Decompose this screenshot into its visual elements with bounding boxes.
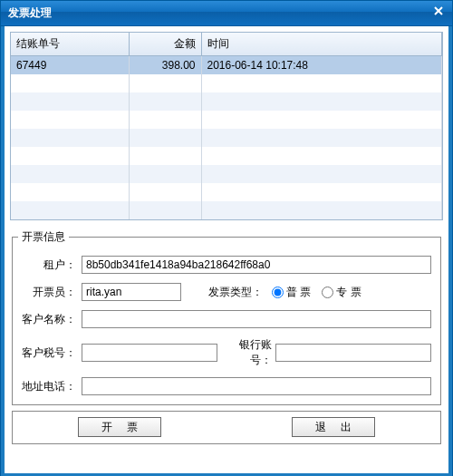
window-title: 发票处理 <box>8 5 52 21</box>
close-icon <box>430 6 447 15</box>
invoice-info-legend: 开票信息 <box>18 229 69 245</box>
issue-button[interactable]: 开 票 <box>78 417 161 437</box>
titlebar: 发票处理 <box>1 1 452 26</box>
label-addr-tel: 地址电话： <box>18 379 82 394</box>
cell-amount: 398.00 <box>129 56 201 75</box>
table-row[interactable]: 67449 398.00 2016-06-14 10:17:48 <box>11 56 442 75</box>
table-row[interactable] <box>11 111 442 129</box>
label-clerk: 开票员： <box>18 285 82 300</box>
bank-account-field[interactable] <box>275 344 431 362</box>
clerk-field[interactable] <box>82 283 181 301</box>
radio-normal-input[interactable] <box>272 287 284 298</box>
table-row[interactable] <box>11 201 442 219</box>
radio-special-input[interactable] <box>322 287 333 298</box>
addr-tel-field[interactable] <box>82 377 431 395</box>
bill-grid[interactable]: 结账单号 金额 时间 67449 398.00 2016-06-14 10:17… <box>10 32 443 220</box>
radio-special-invoice[interactable]: 专 票 <box>322 285 361 300</box>
radio-normal-invoice[interactable]: 普 票 <box>272 285 311 300</box>
action-bar: 开 票 退 出 <box>12 411 441 444</box>
customer-name-field[interactable] <box>82 310 431 328</box>
radio-normal-label: 普 票 <box>286 285 311 300</box>
table-row[interactable] <box>11 165 442 183</box>
table-row[interactable] <box>11 74 442 92</box>
radio-special-label: 专 票 <box>336 285 361 300</box>
table-row[interactable] <box>11 129 442 147</box>
col-header-amount[interactable]: 金额 <box>129 33 201 56</box>
exit-button[interactable]: 退 出 <box>292 417 375 437</box>
col-header-bill[interactable]: 结账单号 <box>11 33 129 56</box>
close-button[interactable] <box>430 5 447 19</box>
table-row[interactable] <box>11 183 442 201</box>
cell-bill: 67449 <box>11 56 129 75</box>
table-row[interactable] <box>11 147 442 165</box>
label-tenant: 租户： <box>18 257 82 273</box>
customer-tax-field[interactable] <box>82 344 217 362</box>
label-customer-tax: 客户税号： <box>18 345 82 361</box>
cell-time: 2016-06-14 10:17:48 <box>201 56 442 75</box>
col-header-time[interactable]: 时间 <box>201 33 442 56</box>
table-row[interactable] <box>11 92 442 111</box>
label-invoice-type: 发票类型： <box>181 285 266 300</box>
invoice-info-group: 开票信息 租户： 开票员： 发票类型： 普 票 专 票 <box>12 229 441 405</box>
tenant-field[interactable] <box>82 256 431 274</box>
label-bank-account: 银行账号： <box>217 337 275 368</box>
label-customer-name: 客户名称： <box>18 312 82 327</box>
